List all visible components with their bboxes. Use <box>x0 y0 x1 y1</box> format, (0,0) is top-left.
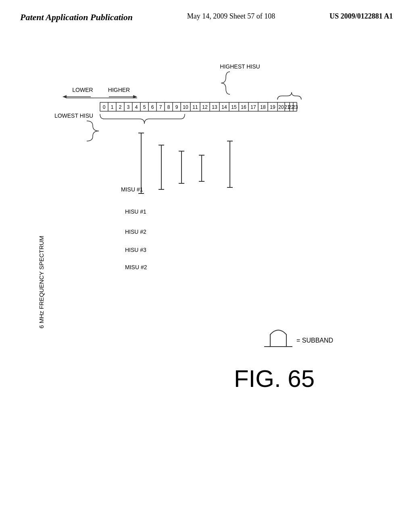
svg-text:8: 8 <box>167 104 170 110</box>
freq-spectrum-label: 6 MHz FREQUENCY SPECTRUM <box>38 236 45 328</box>
svg-text:13: 13 <box>212 104 217 110</box>
svg-text:11: 11 <box>192 104 198 110</box>
svg-text:4: 4 <box>135 104 138 110</box>
svg-text:15: 15 <box>231 104 237 110</box>
svg-text:3: 3 <box>127 104 130 110</box>
higher-label: HIGHER <box>108 87 130 93</box>
svg-text:7: 7 <box>159 104 162 110</box>
svg-text:5: 5 <box>143 104 146 110</box>
svg-text:17: 17 <box>250 104 256 110</box>
hisu2-label: HISU #2 <box>125 229 146 235</box>
svg-text:9: 9 <box>175 104 178 110</box>
svg-text:14: 14 <box>221 104 227 110</box>
svg-text:23: 23 <box>292 104 298 110</box>
svg-text:16: 16 <box>241 104 246 110</box>
svg-text:2: 2 <box>119 104 122 110</box>
misu2-label: MISU #2 <box>125 264 147 270</box>
highest-hisu-label: HIGHEST HISU <box>220 63 260 70</box>
svg-text:20: 20 <box>278 104 284 110</box>
svg-text:1: 1 <box>111 104 114 110</box>
svg-text:18: 18 <box>260 104 266 110</box>
lower-label: LOWER <box>72 87 93 93</box>
hisu1-label: HISU #1 <box>125 208 146 215</box>
svg-text:12: 12 <box>202 104 208 110</box>
svg-text:19: 19 <box>270 104 275 110</box>
svg-text:6: 6 <box>151 104 154 110</box>
svg-text:10: 10 <box>183 104 188 110</box>
figure-label: FIG. 65 <box>234 365 315 392</box>
subband-legend-label: = SUBBAND <box>296 337 333 344</box>
hisu3-label: HISU #3 <box>125 247 146 253</box>
misu1-label: MISU #1 <box>121 186 143 193</box>
svg-marker-1 <box>63 95 67 98</box>
lowest-hisu-label: LOWEST HISU <box>54 112 93 119</box>
svg-text:0: 0 <box>103 104 106 110</box>
diagram-svg: 6 MHz FREQUENCY SPECTRUM LOWER HIGHER LO… <box>0 0 413 532</box>
